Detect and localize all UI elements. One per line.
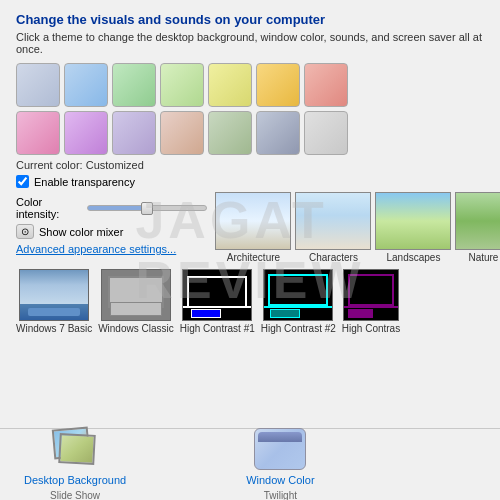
color-swatch-3[interactable] — [112, 63, 156, 107]
swatch-row-2 — [16, 111, 484, 155]
win7basic-thumb[interactable] — [19, 269, 89, 321]
theme-winclassic[interactable]: Windows Classic — [98, 269, 174, 334]
characters-label: Characters — [309, 252, 358, 263]
color-mixer-dropdown[interactable]: ⊙ — [16, 224, 34, 239]
thumb-landscapes[interactable]: Landscapes — [375, 192, 451, 263]
desktop-background-item[interactable]: Desktop Background Slide Show — [24, 428, 126, 500]
hc1-label: High Contrast #1 — [180, 323, 255, 334]
swatch-row-1 — [16, 63, 484, 107]
current-color-value: Customized — [86, 159, 144, 171]
color-swatch-8[interactable] — [16, 111, 60, 155]
hc1-highlight — [191, 309, 221, 318]
nature-label: Nature — [468, 252, 498, 263]
hc2-label: High Contrast #2 — [261, 323, 336, 334]
transparency-label: Enable transparency — [34, 176, 135, 188]
nature-preview[interactable] — [455, 192, 500, 250]
color-swatch-2[interactable] — [64, 63, 108, 107]
color-swatch-12[interactable] — [208, 111, 252, 155]
desktop-bg-sublabel: Slide Show — [50, 490, 100, 500]
theme-thumbnails: Architecture Characters Landscapes Natur… — [215, 192, 500, 263]
thumb-architecture[interactable]: Architecture — [215, 192, 291, 263]
color-swatch-1[interactable] — [16, 63, 60, 107]
color-swatch-7[interactable] — [304, 63, 348, 107]
landscapes-label: Landscapes — [386, 252, 440, 263]
hc1-thumb[interactable] — [182, 269, 252, 321]
theme-items-row: Windows 7 Basic Windows Classic High Con… — [16, 269, 484, 334]
hc2-highlight — [270, 309, 300, 318]
transparency-row[interactable]: Enable transparency — [16, 175, 484, 188]
color-intensity-row: Color intensity: — [16, 196, 207, 220]
page-title: Change the visuals and sounds on your co… — [16, 12, 484, 27]
thumb-characters[interactable]: Characters — [295, 192, 371, 263]
desktop-bg-label[interactable]: Desktop Background — [24, 474, 126, 486]
hcblack-thumb[interactable] — [343, 269, 399, 321]
window-color-sublabel: Twilight — [264, 490, 297, 500]
color-swatch-14[interactable] — [304, 111, 348, 155]
color-swatch-9[interactable] — [64, 111, 108, 155]
bottom-bar: Desktop Background Slide Show Window Col… — [0, 428, 500, 500]
transparency-checkbox[interactable] — [16, 175, 29, 188]
architecture-preview[interactable] — [215, 192, 291, 250]
winclassic-thumb[interactable] — [101, 269, 171, 321]
personalization-panel: Change the visuals and sounds on your co… — [0, 0, 500, 500]
show-color-mixer-label: Show color mixer — [39, 226, 123, 238]
show-color-mixer-row[interactable]: ⊙ Show color mixer — [16, 224, 207, 239]
color-intensity-slider[interactable] — [87, 205, 208, 211]
hcblack-label: High Contras — [342, 323, 400, 334]
theme-win7basic[interactable]: Windows 7 Basic — [16, 269, 92, 334]
theme-hc2[interactable]: High Contrast #2 — [261, 269, 336, 334]
window-color-label[interactable]: Window Color — [246, 474, 314, 486]
theme-hcblack[interactable]: High Contras — [342, 269, 400, 334]
split-section: Color intensity: ⊙ Show color mixer Adva… — [16, 192, 484, 263]
color-swatch-13[interactable] — [256, 111, 300, 155]
color-swatch-11[interactable] — [160, 111, 204, 155]
color-swatch-5[interactable] — [208, 63, 252, 107]
color-swatch-6[interactable] — [256, 63, 300, 107]
hc2-thumb[interactable] — [263, 269, 333, 321]
desktop-background-icon — [49, 428, 101, 470]
color-swatch-10[interactable] — [112, 111, 156, 155]
theme-hc1[interactable]: High Contrast #1 — [180, 269, 255, 334]
characters-preview[interactable] — [295, 192, 371, 250]
thumb-nature[interactable]: Nature — [455, 192, 500, 263]
landscapes-preview[interactable] — [375, 192, 451, 250]
win7basic-label: Windows 7 Basic — [16, 323, 92, 334]
winclassic-label: Windows Classic — [98, 323, 174, 334]
window-color-icon — [254, 428, 306, 470]
color-swatch-4[interactable] — [160, 63, 204, 107]
advanced-appearance-link[interactable]: Advanced appearance settings... — [16, 243, 207, 255]
subtitle: Click a theme to change the desktop back… — [16, 31, 484, 55]
color-intensity-label: Color intensity: — [16, 196, 79, 220]
slider-thumb[interactable] — [141, 202, 153, 215]
left-panel: Color intensity: ⊙ Show color mixer Adva… — [16, 192, 207, 263]
architecture-label: Architecture — [227, 252, 280, 263]
window-color-item[interactable]: Window Color Twilight — [246, 428, 314, 500]
slideshow-img2 — [58, 433, 96, 465]
current-color-label: Current color: — [16, 159, 83, 171]
current-color-row: Current color: Customized — [16, 159, 484, 171]
hcblack-highlight — [348, 309, 373, 318]
